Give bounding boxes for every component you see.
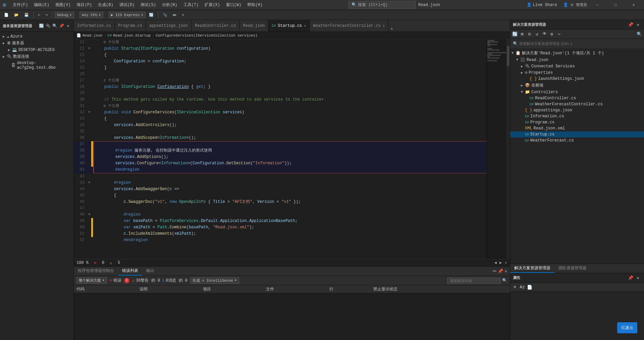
tab-program[interactable]: Program.cs — [115, 20, 146, 32]
tree-item-dataconn[interactable]: ▶ 🔌 数据连接 — [0, 53, 73, 60]
fold-indicator[interactable]: ▼ — [87, 46, 91, 52]
props-close-icon[interactable]: ✕ — [635, 275, 641, 281]
tree-item-servers[interactable]: ▶ 🖥 服务器 — [0, 40, 73, 47]
toolbar-step-over[interactable]: ⏭ — [171, 12, 178, 18]
rp-search-icon[interactable]: 🔍 — [636, 31, 643, 38]
bottom-panel-float-icon[interactable]: ⚯ — [493, 269, 496, 274]
rp-refresh-icon[interactable]: ↺ — [534, 31, 540, 38]
props-pin-icon[interactable]: 📌 — [627, 275, 634, 281]
tab-weatherforecast-close[interactable]: ✕ — [383, 24, 385, 28]
rp-pin-icon[interactable]: 📌 — [627, 21, 634, 28]
breadcrumb-file[interactable]: Read.json — [83, 34, 102, 38]
restore-button[interactable]: □ — [608, 0, 623, 10]
tree-item-desktop[interactable]: ▶ 💻 DESKTOP-AC7G2EG — [0, 47, 73, 53]
props-alphabetical-icon[interactable]: Az — [519, 284, 526, 291]
menu-tools[interactable]: 工具(T) — [181, 1, 202, 9]
tree-item-azure[interactable]: ▶ ☁ Azure — [0, 33, 73, 40]
breadcrumb-method[interactable]: ConfigureServices(IServiceCollection ser… — [156, 34, 258, 38]
minimize-button[interactable]: ─ — [590, 0, 605, 10]
toolbar-attach[interactable]: 📎 — [161, 12, 169, 18]
floating-button[interactable]: 亿速云 — [617, 322, 637, 333]
rp-preview-icon[interactable]: 👁 — [541, 31, 548, 38]
bottom-panel-close-icon[interactable]: ✕ — [504, 269, 507, 274]
tab-weatherforecast[interactable]: WeatherForecastController.cs ✕ — [310, 20, 388, 32]
rp-expand-icon[interactable]: ⊞ — [519, 31, 526, 38]
toolbar-undo[interactable]: ↩ — [36, 12, 42, 18]
tab-solution-explorer[interactable]: 解决方案资源管理器 — [510, 264, 554, 273]
toolbar-refresh[interactable]: 🔄 — [147, 12, 156, 18]
rp-close-icon[interactable]: ✕ — [635, 21, 641, 28]
dependencies-item[interactable]: ▶ 📦 依赖项 — [510, 82, 644, 89]
weatherforecast-item[interactable]: C# WeatherForecast.cs — [510, 137, 644, 144]
left-panel-filter-icon[interactable]: 🔍 — [52, 23, 57, 29]
tab-readjson[interactable]: Read.json — [239, 20, 268, 32]
weatherforecastcontroller-item[interactable]: C# WeatherForecastController.cs — [510, 101, 644, 107]
launchsettings-item[interactable]: { } launchSettings.json — [510, 76, 644, 82]
close-button[interactable]: ✕ — [626, 0, 641, 10]
fold-indicator[interactable]: ▼ — [87, 180, 91, 186]
menu-test[interactable]: 测试(S) — [138, 1, 159, 9]
platform-dropdown[interactable]: Any CPU ▾ — [79, 12, 103, 18]
fold-indicator[interactable]: ▼ — [87, 212, 91, 218]
warning-filter[interactable]: ⚠ 36警告 的 0 — [132, 278, 160, 283]
tabs-overflow[interactable]: ▾ — [388, 26, 395, 32]
fold-indicator[interactable]: ▼ — [87, 109, 91, 116]
tree-item-db[interactable]: 🗄 desktop-ac7g2eg.test.dbo — [0, 60, 73, 71]
toolbar-step-in[interactable]: ⬇ — [180, 12, 186, 18]
solution-search-input[interactable] — [519, 42, 641, 46]
rp-collapse-icon[interactable]: ⊟ — [526, 31, 533, 38]
bottom-panel-pin-icon[interactable]: 📌 — [498, 269, 503, 274]
toolbar-new[interactable]: 📄 — [2, 12, 11, 18]
menu-debug[interactable]: 调试(D) — [117, 1, 138, 9]
left-panel-connect-icon[interactable]: 🔌 — [45, 23, 51, 29]
readcontroller-item[interactable]: C# ReadController.cs — [510, 95, 644, 101]
left-panel-refresh-icon[interactable]: 🔄 — [39, 23, 44, 29]
project-root[interactable]: ▼ ⬛ Read.json — [510, 57, 644, 63]
rp-more-icon[interactable]: ⋯ — [556, 31, 562, 38]
title-search[interactable]: 搜索 (Ctrl+Q) — [358, 2, 388, 8]
menu-file[interactable]: 文件(F) — [10, 1, 31, 9]
program-item[interactable]: C# Program.cs — [510, 119, 644, 125]
nav-left[interactable]: ◀ — [494, 260, 497, 265]
properties-item[interactable]: ▶ ⚙ Properties — [510, 69, 644, 76]
tab-error-list[interactable]: 错误列表 — [118, 267, 142, 276]
error-filter[interactable]: ⊗ 错误 0 — [110, 278, 129, 283]
props-categorize-icon[interactable]: ≡ — [512, 284, 518, 291]
menu-edit[interactable]: 编辑(E) — [31, 1, 52, 9]
menu-help[interactable]: 帮助(H) — [245, 1, 265, 9]
tab-startup[interactable]: C# Startup.cs ✕ — [268, 20, 310, 32]
build-intellisense-filter[interactable]: 生成 + IntelliSense▾ — [190, 277, 239, 284]
toolbar-open[interactable]: 📂 — [12, 12, 21, 18]
toolbar-save-all[interactable]: 💾 — [22, 12, 31, 18]
menu-extensions[interactable]: 扩展(X) — [202, 1, 223, 9]
build-dropdown[interactable]: 生成 + IntelliSense▾ — [190, 277, 239, 284]
startup-item[interactable]: C# Startup.cs — [510, 131, 644, 137]
breadcrumb-class[interactable]: Read.json.Startup — [113, 34, 151, 38]
menu-build[interactable]: 生成(B) — [95, 1, 116, 9]
tab-readcontroller[interactable]: ReadController.cs — [192, 20, 239, 32]
appsettings-item[interactable]: { } appsettings.json — [510, 107, 644, 113]
tab-startup-close[interactable]: ✕ — [304, 24, 306, 28]
props-page-icon[interactable]: 📄 — [526, 284, 533, 291]
controllers-folder[interactable]: ▼ 📁 Controllers — [510, 89, 644, 95]
tab-team-explorer[interactable]: 团队资源管理器 — [554, 264, 591, 273]
left-panel-pin-icon[interactable]: 📌 — [59, 23, 64, 29]
tab-package-manager[interactable]: 程序包管理器控制台 — [74, 267, 118, 276]
error-search-input[interactable] — [447, 278, 501, 284]
tab-information[interactable]: Information.cs — [74, 20, 115, 32]
information-item[interactable]: C# Information.cs — [510, 113, 644, 119]
rp-settings-icon[interactable]: ⚙ — [548, 31, 555, 38]
debug-mode-dropdown[interactable]: Debug ▾ — [55, 12, 74, 18]
scope-dropdown[interactable]: 整个解决方案▾ — [76, 277, 107, 284]
code-scroll-area[interactable]: 21 0 个引用 22 ▼ public Startup(IConfigurat… — [74, 39, 486, 259]
solution-root[interactable]: ▼ 📋 解决方案'Read.json'(1 个项目/共 1 个) — [510, 50, 644, 57]
connected-services-item[interactable]: ▶ 🔌 Connected Services — [510, 63, 644, 69]
tab-appsettings[interactable]: appsettings.json — [146, 20, 192, 32]
toolbar-redo[interactable]: ↪ — [44, 12, 50, 18]
zoom-level[interactable]: 100 % — [76, 261, 89, 265]
run-server-dropdown[interactable]: ▶ IIS Express ▾ — [109, 12, 146, 18]
menu-analyze[interactable]: 分析(N) — [159, 1, 180, 9]
vertical-scrollbar[interactable] — [506, 39, 510, 259]
readjsonxml-item[interactable]: XML Read.json.xml — [510, 125, 644, 131]
menu-window[interactable]: 窗口(W) — [223, 1, 244, 9]
